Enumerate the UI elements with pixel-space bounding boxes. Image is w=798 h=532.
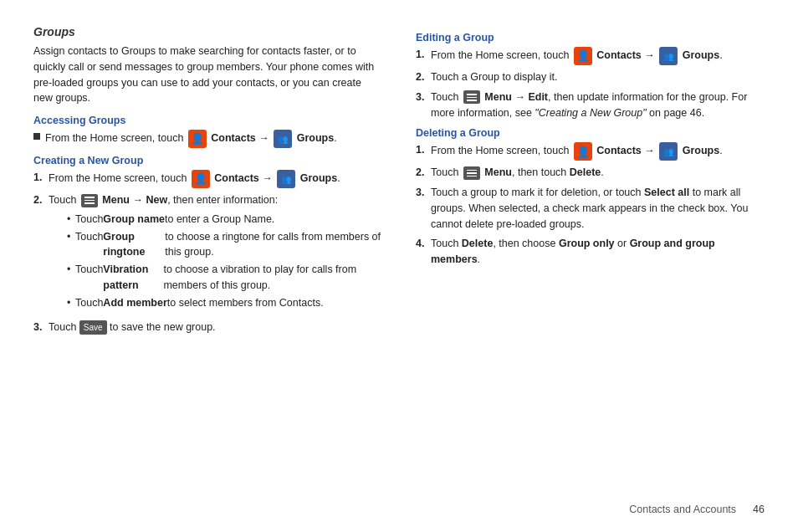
creating-step3: 3. Touch Save to save the new group. [33, 320, 382, 335]
creating-group-title: Creating a New Group [33, 155, 382, 166]
deleting-step4: 4. Touch Delete, then choose Group only … [416, 236, 765, 268]
bullet-group-name: Touch Group name to enter a Group Name. [75, 212, 382, 228]
footer: Contacts and Accounts 46 [33, 497, 765, 515]
groups-icon-edit1: 👥 [659, 47, 678, 65]
deleting-title: Deleting a Group [416, 127, 765, 139]
creating-bullets: Touch Group name to enter a Group Name. … [64, 212, 382, 311]
contacts-icon-edit1: 👤 [574, 47, 592, 65]
page: Groups Assign contacts to Groups to make… [0, 0, 798, 532]
editing-step3: 3. Touch Menu → Edit, then update inform… [416, 90, 765, 121]
bullet-vibration: Touch Vibration pattern to choose a vibr… [75, 262, 382, 294]
groups-icon-del1: 👥 [659, 142, 678, 161]
creating-step2: 2. Touch Menu → New, then enter informat… [33, 192, 382, 315]
right-column: Editing a Group 1. From the Home screen,… [416, 25, 765, 497]
deleting-step1: 1. From the Home screen, touch 👤 Contact… [416, 142, 765, 161]
editing-step1: 1. From the Home screen, touch 👤 Contact… [416, 47, 765, 65]
save-button-icon: Save [79, 320, 107, 335]
groups-icon-accessing: 👥 [274, 130, 292, 148]
contacts-icon-accessing: 👤 [188, 130, 207, 148]
creating-step1: 1. From the Home screen, touch 👤 Contact… [33, 170, 382, 188]
accessing-text: From the Home screen, touch 👤 Contacts →… [45, 130, 382, 148]
creating-list: 1. From the Home screen, touch 👤 Contact… [33, 170, 382, 335]
footer-page: 46 [753, 504, 765, 515]
menu-icon-edit3 [463, 90, 480, 104]
editing-title: Editing a Group [416, 32, 765, 43]
left-column: Groups Assign contacts to Groups to make… [33, 25, 382, 497]
menu-icon-del2 [463, 166, 480, 180]
deleting-step3: 3. Touch a group to mark it for deletion… [416, 185, 765, 232]
accessing-bullet: From the Home screen, touch 👤 Contacts →… [33, 130, 382, 148]
groups-icon-create1: 👥 [277, 170, 295, 188]
contacts-icon-del1: 👤 [574, 142, 592, 161]
accessing-groups-title: Accessing Groups [33, 115, 382, 126]
groups-title: Groups [33, 25, 382, 38]
bullet-group-ringtone: Touch Group ringtone to choose a rington… [75, 229, 382, 261]
groups-body: Assign contacts to Groups to make search… [33, 43, 382, 106]
menu-icon-create2 [81, 194, 98, 207]
columns: Groups Assign contacts to Groups to make… [33, 25, 765, 497]
editing-list: 1. From the Home screen, touch 👤 Contact… [416, 47, 765, 120]
editing-step2: 2. Touch a Group to display it. [416, 69, 765, 85]
footer-text: Contacts and Accounts [629, 504, 736, 515]
deleting-list: 1. From the Home screen, touch 👤 Contact… [416, 142, 765, 268]
contacts-icon-create1: 👤 [192, 170, 210, 188]
deleting-step2: 2. Touch Menu, then touch Delete. [416, 165, 765, 181]
bullet-add-member: Touch Add member to select members from … [75, 295, 382, 311]
square-bullet-icon [33, 133, 40, 140]
